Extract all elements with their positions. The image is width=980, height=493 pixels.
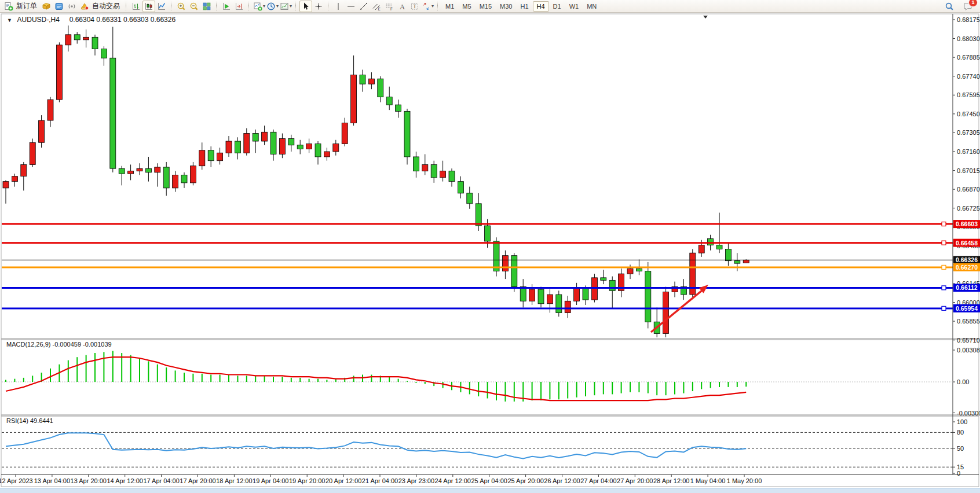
timeframe-button-m30[interactable]: M30 (496, 1, 516, 12)
resistance-line-1-handle[interactable] (942, 222, 946, 226)
fibonacci-button[interactable]: F (383, 1, 396, 12)
zoom-out-button[interactable] (188, 1, 200, 12)
bull-candle (440, 171, 446, 178)
timeframe-button-m15[interactable]: M15 (476, 1, 496, 12)
bar-chart-icon (131, 2, 141, 11)
bear-candle (601, 278, 606, 280)
dropdown-caret-icon: ▾ (263, 3, 265, 9)
indicators-button[interactable]: ▾ (253, 1, 266, 12)
search-button[interactable] (943, 1, 956, 12)
time-tick-label: 21 Apr 04:00 (362, 477, 398, 484)
bear-candle (145, 168, 151, 172)
bull-candle (56, 45, 62, 100)
hline-icon (346, 2, 356, 11)
chart-shift-button[interactable] (233, 1, 246, 12)
chart-background (0, 13, 980, 493)
bear-candle (288, 139, 294, 145)
time-tick-label: 27 Apr 04:00 (580, 477, 616, 484)
tile-windows-button[interactable] (200, 1, 213, 12)
support-line-2-handle[interactable] (942, 306, 946, 310)
timeframe-button-w1[interactable]: W1 (565, 1, 583, 12)
toolbar-separator (437, 2, 438, 10)
bear-candle (163, 167, 169, 188)
trendline-icon (359, 2, 368, 11)
bull-candle (137, 168, 142, 171)
time-tick-label: 28 Apr 12:00 (653, 477, 689, 484)
dropdown-caret-icon: ▾ (276, 3, 279, 9)
bull-candle (83, 37, 89, 39)
bear-candle (253, 134, 258, 141)
chart-canvas[interactable]: 0.681750.680300.678850.677400.675950.674… (0, 0, 980, 493)
bull-candle (342, 123, 348, 144)
bull-candle (217, 153, 223, 160)
main-toolbar: 新订单自动交易▾▾▾EFAT▾M1M5M15M30H1H4D1W1MN1 (0, 0, 980, 13)
resistance-line-2-handle[interactable] (942, 241, 946, 245)
zoom-in-icon (177, 2, 186, 11)
trading-platform-window: 新订单自动交易▾▾▾EFAT▾M1M5M15M30H1H4D1W1MN1 0.6… (0, 0, 980, 493)
trendline-button[interactable] (357, 1, 370, 12)
rsi-tick-label: 100 (957, 418, 967, 425)
timeframe-button-d1[interactable]: D1 (549, 1, 565, 12)
text-label-icon: T (410, 2, 419, 11)
pivot-line-orange-handle[interactable] (942, 265, 946, 269)
market-watch-button[interactable] (40, 1, 53, 12)
time-tick-label: 18 Apr 12:00 (216, 477, 252, 484)
candle-chart-button[interactable] (142, 1, 155, 12)
bull-candle (155, 167, 160, 172)
cursor-button[interactable] (299, 1, 312, 12)
text-button[interactable]: A (396, 1, 408, 12)
timeframe-button-h4[interactable]: H4 (533, 1, 549, 12)
bear-candle (413, 157, 419, 171)
templates-button[interactable]: ▾ (279, 1, 292, 12)
bull-candle (30, 142, 35, 164)
bull-candle (199, 150, 205, 166)
price-tick-label: 0.66725 (957, 205, 980, 212)
auto-scroll-button[interactable] (220, 1, 233, 12)
timeframe-button-h1[interactable]: H1 (516, 1, 532, 12)
macd-tick-label: -0.003003 (957, 410, 980, 417)
bear-candle (315, 144, 321, 157)
data-window-button[interactable] (53, 1, 65, 12)
new-order-button[interactable] (2, 1, 15, 12)
timeframe-button-m5[interactable]: M5 (458, 1, 475, 12)
periods-button[interactable]: ▾ (266, 1, 279, 12)
cursor-icon (301, 2, 310, 11)
bull-candle (3, 182, 9, 188)
crosshair-button[interactable] (312, 1, 325, 12)
arrows-button[interactable]: ▾ (421, 1, 434, 12)
notification-badge: 1 (968, 0, 978, 7)
candle-chart-icon (144, 2, 153, 11)
tile-windows-icon (202, 2, 211, 11)
toolbar-separator (216, 2, 217, 10)
bear-candle (297, 145, 303, 149)
vline-icon (334, 2, 343, 11)
support-line-1-handle[interactable] (942, 286, 946, 290)
time-tick-label: 19 Apr 20:00 (289, 477, 325, 484)
text-label-button[interactable]: T (408, 1, 421, 12)
timeframe-button-mn[interactable]: MN (583, 1, 601, 12)
periods-icon (266, 2, 276, 11)
bear-candle (467, 193, 473, 204)
vline-button[interactable] (332, 1, 345, 12)
bear-candle (725, 249, 731, 260)
auto-trading-button[interactable] (78, 1, 91, 12)
zoom-in-button[interactable] (175, 1, 188, 12)
signals-icon (67, 2, 76, 11)
bull-candle (279, 139, 285, 154)
notifications-button[interactable]: 1 (961, 1, 974, 12)
line-chart-button[interactable] (155, 1, 168, 12)
new-order-icon (4, 2, 13, 11)
bull-candle (173, 175, 178, 187)
time-tick-label: 13 Apr 20:00 (71, 477, 107, 484)
bear-candle (110, 58, 116, 168)
hline-button[interactable] (345, 1, 357, 12)
bull-candle (128, 171, 134, 174)
timeframe-button-m1[interactable]: M1 (441, 1, 458, 12)
signals-button[interactable] (65, 1, 78, 12)
svg-text:A: A (400, 2, 405, 10)
channel-button[interactable]: E (370, 1, 383, 12)
time-tick-label: 14 Apr 12:00 (107, 477, 143, 484)
bull-candle (565, 301, 571, 312)
bar-chart-button[interactable] (130, 1, 142, 12)
support-line-1-price-tag-text: 0.66112 (956, 284, 978, 291)
